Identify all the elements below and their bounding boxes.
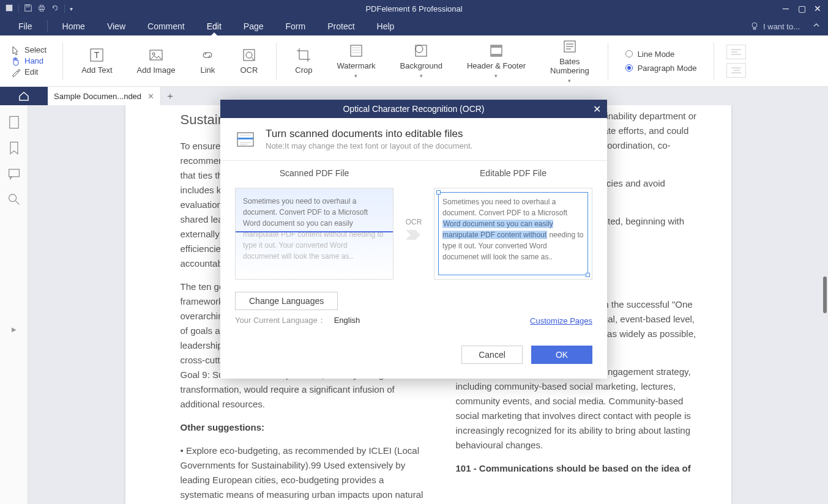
body-text: 101 - Communications should be based on … (456, 461, 701, 476)
current-language-label: Your Current Language：English (235, 315, 360, 326)
home-tab[interactable] (0, 87, 48, 105)
svg-point-9 (152, 53, 155, 55)
scanned-label: Scanned PDF File (235, 168, 393, 178)
app-title: PDFelement 6 Professional (365, 4, 462, 13)
search-panel-button[interactable] (7, 192, 21, 207)
dialog-title-bar: Optical Character Recognition (OCR) ✕ (220, 100, 607, 118)
select-tool[interactable]: Select (11, 45, 47, 55)
hand-tool[interactable]: Hand (11, 56, 47, 66)
add-tab-button[interactable]: ＋ (161, 87, 179, 105)
left-sidebar: ▶ (0, 105, 28, 504)
svg-rect-16 (491, 45, 502, 48)
header-footer-tool[interactable]: Header & Footer▾ (461, 40, 532, 81)
svg-rect-1 (26, 5, 29, 7)
menu-help[interactable]: Help (366, 17, 406, 35)
menu-bar: File Home View Comment Edit Page Form Pr… (0, 17, 828, 35)
svg-text:T: T (94, 50, 100, 60)
menu-file[interactable]: File (7, 17, 43, 35)
svg-rect-12 (351, 45, 362, 56)
svg-rect-0 (6, 4, 13, 11)
expand-sidebar-handle[interactable]: ▶ (12, 326, 17, 333)
ocr-scanner-icon (235, 129, 256, 150)
app-icon (5, 4, 13, 14)
svg-point-11 (246, 52, 252, 58)
save-icon[interactable] (24, 4, 32, 14)
body-text: • Explore eco-budgeting, as recommended … (181, 443, 425, 504)
menu-form[interactable]: Form (275, 17, 317, 35)
customize-pages-link[interactable]: Customize Pages (530, 316, 592, 325)
svg-rect-19 (9, 116, 18, 128)
ocr-arrow: OCR (400, 218, 428, 242)
scrollbar-thumb[interactable] (823, 276, 827, 313)
add-text-tool[interactable]: TAdd Text (75, 45, 118, 77)
lightbulb-icon (750, 21, 759, 31)
menu-comment[interactable]: Comment (136, 17, 196, 35)
svg-rect-17 (491, 54, 502, 56)
ok-button[interactable]: OK (531, 346, 592, 364)
change-languages-button[interactable]: Change Languages (235, 292, 338, 310)
svg-rect-3 (40, 5, 43, 7)
scanned-preview: Sometimes you need to overhaul a documen… (235, 188, 393, 280)
align-option-1[interactable] (726, 45, 746, 59)
close-button[interactable]: ✕ (812, 4, 823, 13)
maximize-button[interactable]: ▢ (796, 4, 807, 13)
menu-edit[interactable]: Edit (196, 17, 233, 35)
crop-tool[interactable]: Crop (289, 45, 318, 77)
ocr-dialog: Optical Character Recognition (OCR) ✕ Tu… (220, 100, 607, 379)
paragraph-mode-radio[interactable]: Paragraph Mode (625, 64, 697, 73)
link-tool[interactable]: Link (193, 45, 222, 77)
svg-rect-23 (237, 138, 253, 139)
svg-point-21 (9, 195, 16, 202)
quick-access-toolbar: ▾ (0, 4, 78, 14)
cancel-button[interactable]: Cancel (461, 346, 523, 364)
svg-point-14 (416, 45, 423, 53)
title-bar: ▾ PDFelement 6 Professional ─ ▢ ✕ (0, 0, 828, 17)
svg-rect-13 (416, 45, 427, 56)
editable-label: Editable PDF File (434, 168, 592, 178)
align-option-2[interactable] (726, 63, 746, 78)
ocr-tool[interactable]: OCR (234, 45, 264, 77)
menu-home[interactable]: Home (51, 17, 96, 35)
svg-rect-20 (9, 169, 19, 177)
watermark-tool[interactable]: Watermark▾ (330, 40, 381, 81)
print-icon[interactable] (37, 4, 46, 14)
menu-protect[interactable]: Protect (316, 17, 365, 35)
window-controls: ─ ▢ ✕ (780, 4, 828, 13)
editable-preview: Sometimes you need to overhaul a documen… (434, 188, 592, 280)
thumbnails-panel-button[interactable] (7, 115, 21, 130)
body-text: Other suggestions: (181, 420, 425, 435)
menu-page[interactable]: Page (233, 17, 275, 35)
add-image-tool[interactable]: Add Image (131, 45, 182, 77)
dialog-headline: Turn scanned documents into editable fil… (266, 128, 472, 140)
qat-dropdown-icon[interactable]: ▾ (70, 6, 73, 12)
bookmarks-panel-button[interactable] (7, 141, 21, 155)
undo-icon[interactable] (51, 4, 59, 14)
collapse-ribbon-button[interactable] (812, 21, 821, 32)
bates-numbering-tool[interactable]: Bates Numbering▾ (544, 36, 595, 86)
line-mode-radio[interactable]: Line Mode (625, 50, 697, 59)
svg-point-5 (752, 23, 757, 28)
dialog-close-button[interactable]: ✕ (593, 103, 601, 115)
dialog-note: Note:It may change the text font or layo… (266, 141, 472, 150)
comments-panel-button[interactable] (7, 166, 21, 181)
ribbon-toolbar: Select Hand Edit TAdd Text Add Image Lin… (0, 35, 828, 87)
edit-tool[interactable]: Edit (11, 67, 47, 77)
want-to-search[interactable]: I want to... (750, 21, 800, 31)
close-tab-icon[interactable]: ✕ (147, 92, 154, 101)
minimize-button[interactable]: ─ (780, 4, 791, 13)
menu-view[interactable]: View (96, 17, 136, 35)
document-tab[interactable]: Sample Documen...nded ✕ (48, 87, 161, 105)
background-tool[interactable]: Background▾ (394, 40, 449, 81)
